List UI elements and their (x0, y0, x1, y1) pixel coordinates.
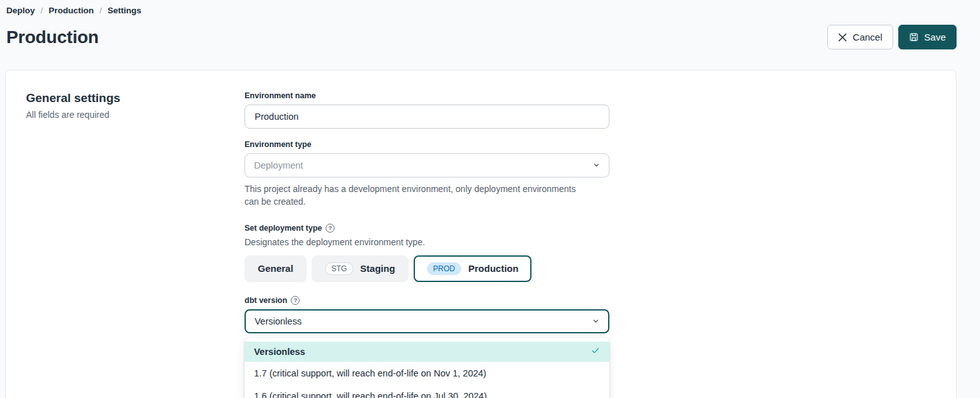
chevron-down-icon (592, 316, 599, 326)
dbt-version-dropdown-menu: Versionless 1.7 (critical support, will … (245, 338, 609, 398)
cancel-button[interactable]: Cancel (827, 25, 893, 49)
option-label: 1.6 (critical support, will reach end-of… (254, 391, 487, 398)
dbt-version-value: Versionless (255, 316, 302, 326)
environment-type-select[interactable]: Deployment (245, 153, 609, 177)
environment-name-label: Environment name (245, 91, 609, 100)
help-icon[interactable]: ? (326, 224, 334, 233)
option-label: 1.7 (critical support, will reach end-of… (254, 368, 487, 378)
chevron-down-icon (593, 160, 600, 170)
save-icon (909, 32, 919, 42)
header-actions: Cancel Save (827, 25, 957, 49)
save-button[interactable]: Save (898, 25, 957, 49)
general-option-label: General (258, 263, 293, 274)
breadcrumb: Deploy / Production / Settings (6, 6, 957, 15)
breadcrumb-deploy[interactable]: Deploy (6, 6, 35, 15)
option-label: Versionless (254, 347, 305, 357)
dbt-version-option-versionless[interactable]: Versionless (245, 342, 609, 362)
page-title: Production (6, 27, 99, 48)
deployment-type-production-button[interactable]: PROD Production (414, 255, 532, 282)
settings-panel: General settings All fields are required… (5, 70, 957, 398)
section-subtitle: All fields are required (26, 110, 245, 120)
deployment-type-label: Set deployment type (245, 224, 322, 233)
deployment-type-general-button[interactable]: General (245, 255, 307, 282)
check-icon (591, 346, 600, 357)
close-icon (838, 33, 847, 42)
save-button-label: Save (924, 32, 946, 42)
dbt-version-option-1-7[interactable]: 1.7 (critical support, will reach end-of… (245, 362, 609, 385)
environment-type-hint: This project already has a development e… (245, 183, 590, 209)
environment-name-input[interactable] (245, 105, 609, 129)
deployment-type-staging-button[interactable]: STG Staging (312, 255, 409, 282)
cancel-button-label: Cancel (853, 32, 882, 42)
page-header: Deploy / Production / Settings Productio… (0, 0, 980, 49)
deployment-type-description: Designates the deployment environment ty… (245, 237, 609, 247)
environment-type-value: Deployment (254, 160, 303, 170)
dbt-version-option-1-6[interactable]: 1.6 (critical support, will reach end-of… (245, 385, 609, 398)
breadcrumb-separator: / (41, 6, 43, 15)
help-icon[interactable]: ? (291, 296, 300, 305)
dbt-version-select[interactable]: Versionless (245, 309, 609, 333)
breadcrumb-production[interactable]: Production (49, 6, 94, 15)
settings-form: Environment name Environment type Deploy… (245, 91, 609, 398)
prod-badge: PROD (427, 262, 462, 275)
dbt-version-label: dbt version (245, 296, 287, 305)
breadcrumb-separator: / (99, 6, 102, 15)
staging-option-label: Staging (360, 263, 395, 274)
section-title: General settings (26, 91, 245, 105)
stg-badge: STG (325, 262, 353, 275)
production-option-label: Production (468, 263, 518, 274)
environment-type-label: Environment type (245, 140, 609, 149)
deployment-type-options: General STG Staging PROD Production (245, 255, 609, 282)
breadcrumb-settings[interactable]: Settings (108, 6, 141, 15)
